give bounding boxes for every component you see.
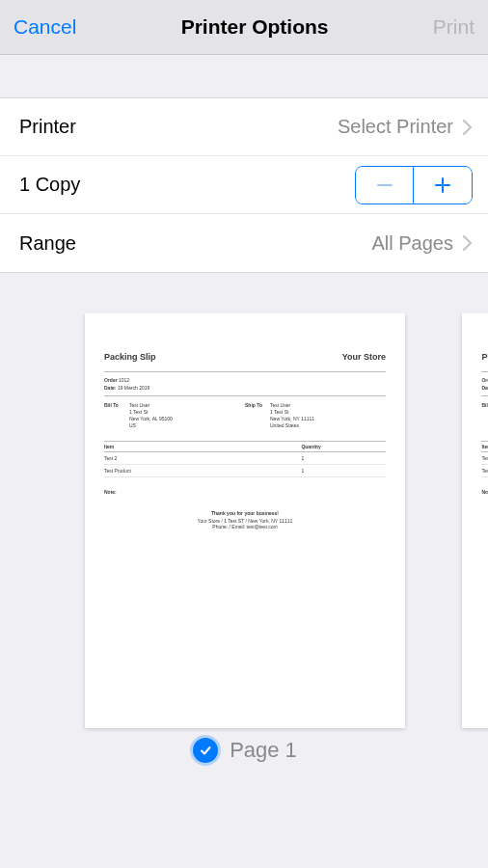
range-value: All Pages [372,232,454,255]
items-table: Item Quantity Test 21Test Product1 [104,441,386,477]
item-qty: 1 [301,452,386,465]
copies-label: 1 Copy [19,174,80,196]
footer-contact: Phone: / Email: test@test.com [212,524,277,529]
date-value: 19 March 2019 [118,385,149,391]
range-row[interactable]: Range All Pages [0,214,488,272]
printer-row[interactable]: Printer Select Printer [0,98,488,156]
order-value: 1012 [119,377,129,383]
order-label: Order [481,377,488,383]
copies-stepper [355,166,473,204]
chevron-right-icon [463,235,473,251]
note-label: Note: [104,489,386,495]
bill-to-label: Bill To [481,402,488,429]
preview-page-2[interactable]: Packing Slip Your Store Order 1012 Date:… [462,313,488,728]
page-selected-check-icon[interactable] [193,738,218,763]
items-body: Test 21Test Product1 [481,452,488,477]
preview-page-content: Packing Slip Your Store Order 1012 Date:… [85,313,405,728]
item-name: Test Product [481,465,488,477]
decrement-button[interactable] [356,167,414,203]
item-name: Test Product [104,465,301,477]
minus-icon [376,176,393,194]
nav-bar: Cancel Printer Options Print [0,0,488,55]
printer-label: Printer [19,116,76,138]
items-table: Item Quantity Test 21Test Product1 [481,441,488,477]
plus-icon [434,176,451,194]
table-row: Test Product1 [481,465,488,477]
qty-header: Quantity [301,442,386,452]
item-name: Test 2 [104,452,301,465]
options-list: Printer Select Printer 1 Copy Ra [0,97,488,273]
date-label: Date: [481,385,488,391]
table-row: Test 21 [104,452,386,465]
bill-to-value: Test User1 Test StNew York, AL 95100US [129,402,173,429]
item-name: Test 2 [481,452,488,465]
preview-page-1[interactable]: Packing Slip Your Store Order 1012 Date:… [85,313,405,763]
doc-title: Packing Slip [104,352,156,362]
range-label: Range [19,232,76,255]
table-row: Test 21 [481,452,488,465]
item-header: Item [481,442,488,452]
page-label: Page 1 [230,738,297,763]
chevron-right-icon [463,120,473,135]
preview-scroller[interactable]: Packing Slip Your Store Order 1012 Date:… [0,313,488,868]
ship-to-label: Ship To [245,402,270,429]
ship-to-value: Test User1 Test StNew York, NY 11111Unit… [270,402,314,429]
table-row: Test Product1 [104,465,386,477]
preview-page-content: Packing Slip Your Store Order 1012 Date:… [462,313,488,728]
order-label: Order [104,377,118,383]
item-header: Item [104,442,301,452]
items-body: Test 21Test Product1 [104,452,386,477]
doc-store: Your Store [342,352,386,362]
item-qty: 1 [301,465,386,477]
note-label: Note: [481,489,488,495]
increment-button[interactable] [414,167,472,203]
page-title: Printer Options [181,15,329,39]
print-button[interactable]: Print [433,15,474,39]
date-label: Date: [104,385,117,391]
cancel-button[interactable]: Cancel [14,15,76,39]
printer-value: Select Printer [338,116,453,138]
bill-to-label: Bill To [104,402,129,429]
spacer [0,55,488,97]
copies-row: 1 Copy [0,156,488,214]
footer-thanks: Thank you for your business! [104,510,386,516]
doc-title: Packing Slip [481,352,488,362]
